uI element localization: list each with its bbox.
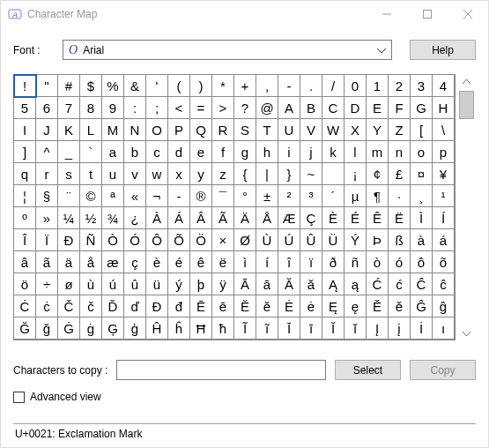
character-cell[interactable]: L (80, 119, 102, 141)
character-cell[interactable]: l (345, 141, 367, 163)
character-cell[interactable]: ¹ (433, 185, 455, 207)
character-cell[interactable]: ä (58, 251, 80, 273)
character-cell[interactable]: C (322, 97, 345, 119)
character-cell[interactable]: 7 (58, 97, 80, 119)
character-cell[interactable]: Ç (300, 207, 322, 229)
character-cell[interactable]: ½ (80, 207, 102, 229)
font-select[interactable]: O Arial (63, 40, 392, 60)
character-cell[interactable]: è (146, 251, 168, 273)
character-cell[interactable]: ¥ (433, 163, 455, 185)
character-cell[interactable]: Ö (190, 229, 212, 251)
character-cell[interactable]: Y (367, 119, 389, 141)
character-cell[interactable]: ) (190, 75, 212, 97)
character-cell[interactable]: º (14, 207, 36, 229)
character-cell[interactable]: ] (14, 141, 36, 163)
character-cell[interactable]: Æ (278, 207, 300, 229)
character-cell[interactable]: į (389, 317, 411, 340)
character-cell[interactable]: Î (14, 229, 36, 251)
character-cell[interactable]: k (322, 141, 345, 163)
character-cell[interactable]: ¿ (124, 207, 146, 229)
character-cell[interactable]: ¼ (58, 207, 80, 229)
character-cell[interactable]: ñ (345, 251, 367, 273)
character-cell[interactable]: Į (367, 317, 389, 340)
character-cell[interactable]: . (300, 75, 322, 97)
character-cell[interactable]: [ (411, 119, 433, 141)
character-cell[interactable]: ğ (36, 317, 58, 340)
character-cell[interactable]: ï (300, 251, 322, 273)
character-cell[interactable]: m (367, 141, 389, 163)
character-cell[interactable]: Ă (278, 273, 300, 295)
character-cell[interactable]: © (80, 185, 102, 207)
character-cell[interactable]: ü (146, 273, 168, 295)
character-cell[interactable]: ¬ (146, 185, 168, 207)
character-cell[interactable]: é (168, 251, 190, 273)
character-cell[interactable]: č (80, 295, 102, 317)
character-cell[interactable]: B (300, 97, 322, 119)
character-cell[interactable]: O (146, 119, 168, 141)
character-cell[interactable]: * (212, 75, 234, 97)
character-cell[interactable]: K (58, 119, 80, 141)
character-cell[interactable]: Á (168, 207, 190, 229)
character-cell[interactable]: ę (345, 295, 367, 317)
character-cell[interactable]: ĝ (433, 295, 455, 317)
character-cell[interactable]: ħ (212, 317, 234, 340)
character-cell[interactable]: ã (36, 251, 58, 273)
character-cell[interactable]: Ĩ (234, 317, 256, 340)
character-cell[interactable]: ì (234, 251, 256, 273)
character-cell[interactable]: å (80, 251, 102, 273)
character-cell[interactable]: & (124, 75, 146, 97)
character-cell[interactable]: V (300, 119, 322, 141)
help-button[interactable]: Help (410, 40, 476, 60)
character-cell[interactable]: < (168, 97, 190, 119)
character-cell[interactable]: ± (256, 185, 278, 207)
chars-to-copy-input[interactable] (116, 360, 326, 380)
character-cell[interactable]: w (146, 163, 168, 185)
character-cell[interactable]: Ē (190, 295, 212, 317)
character-cell[interactable]: ø (58, 273, 80, 295)
character-cell[interactable]: Â (190, 207, 212, 229)
character-cell[interactable]: µ (345, 185, 367, 207)
scroll-up-icon[interactable] (459, 74, 474, 89)
character-cell[interactable]: â (14, 251, 36, 273)
character-cell[interactable]: | (256, 163, 278, 185)
character-cell[interactable]: ö (14, 273, 36, 295)
character-cell[interactable]: \ (433, 119, 455, 141)
character-cell[interactable] (322, 163, 345, 185)
character-cell[interactable]: Í (433, 207, 455, 229)
character-cell[interactable]: Ø (234, 229, 256, 251)
character-cell[interactable]: 9 (102, 97, 124, 119)
character-cell[interactable]: ġ (80, 317, 102, 340)
character-cell[interactable]: , (256, 75, 278, 97)
character-cell[interactable]: ĥ (168, 317, 190, 340)
character-cell[interactable]: W (322, 119, 345, 141)
character-cell[interactable]: o (411, 141, 433, 163)
character-cell[interactable]: ¶ (367, 185, 389, 207)
character-cell[interactable]: Ě (367, 295, 389, 317)
character-cell[interactable]: 4 (433, 75, 455, 97)
copy-button[interactable]: Copy (410, 360, 476, 380)
character-cell[interactable]: Ĕ (234, 295, 256, 317)
character-cell[interactable]: þ (190, 273, 212, 295)
character-cell[interactable]: ô (411, 251, 433, 273)
character-cell[interactable]: Ę (322, 295, 345, 317)
character-cell[interactable]: a (102, 141, 124, 163)
character-cell[interactable]: £ (389, 163, 411, 185)
character-cell[interactable]: ć (389, 273, 411, 295)
character-cell[interactable]: n (389, 141, 411, 163)
character-cell[interactable]: Ħ (190, 317, 212, 340)
character-cell[interactable]: « (124, 185, 146, 207)
character-cell[interactable]: $ (80, 75, 102, 97)
character-cell[interactable]: - (168, 185, 190, 207)
character-cell[interactable]: b (124, 141, 146, 163)
character-cell[interactable]: İ (411, 317, 433, 340)
character-cell[interactable]: ¸ (411, 185, 433, 207)
character-cell[interactable]: x (168, 163, 190, 185)
character-cell[interactable]: I (14, 119, 36, 141)
character-cell[interactable]: ë (212, 251, 234, 273)
character-cell[interactable]: Ë (389, 207, 411, 229)
character-cell[interactable]: ß (389, 229, 411, 251)
character-cell[interactable]: ą (345, 273, 367, 295)
character-cell[interactable]: đ (168, 295, 190, 317)
character-cell[interactable]: j (300, 141, 322, 163)
character-cell[interactable]: Č (58, 295, 80, 317)
